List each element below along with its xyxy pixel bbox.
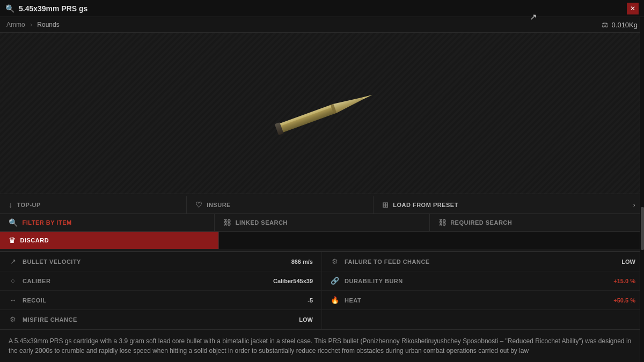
close-button[interactable]: ✕ (627, 3, 639, 14)
linked-icon: ⛓ (223, 218, 231, 227)
recoil-icon: ↔ (9, 296, 17, 304)
bullet-velocity-label: BULLET VELOCITY (23, 258, 286, 265)
breadcrumb-parent[interactable]: Ammo (6, 21, 25, 28)
load-from-preset-button[interactable]: ⊞ LOAD FROM PRESET › (374, 196, 644, 213)
window-title: 5.45x39mm PRS gs (19, 4, 87, 13)
search-icon: 🔍 (5, 4, 14, 13)
preset-icon: ⊞ (382, 201, 389, 209)
bullet-svg (247, 76, 397, 151)
description-text: A 5.45x39mm PRS gs cartridge with a 3.9 … (9, 336, 635, 356)
required-search-button[interactable]: ⛓ REQUIRED SEARCH (430, 214, 644, 231)
stat-recoil: ↔ RECOIL -5 (0, 291, 322, 310)
title-bar: 🔍 5.45x39mm PRS gs ✕ (0, 0, 644, 17)
description-area: A 5.45x39mm PRS gs cartridge with a 3.9 … (0, 329, 644, 362)
misfire-icon: ⚙ (9, 315, 17, 323)
bullet-image (247, 76, 397, 151)
linked-label: LINKED SEARCH (236, 219, 288, 226)
stat-caliber: ○ CALIBER Caliber545x39 (0, 271, 322, 291)
stat-heat: 🔥 HEAT +50.5 % (322, 291, 644, 310)
durability-icon: 🔗 (331, 277, 339, 285)
misfire-label: MISFIRE CHANCE (23, 316, 294, 323)
heat-icon: 🔥 (331, 296, 339, 304)
failure-icon: ⚙ (331, 257, 339, 265)
caliber-label: CALIBER (23, 278, 268, 284)
recoil-label: RECOIL (23, 297, 302, 304)
action-bar: ↓ TOP-UP ♡ INSURE ⊞ LOAD FROM PRESET › 🔍… (0, 194, 644, 252)
insure-button[interactable]: ♡ INSURE (187, 196, 374, 213)
filter-label: FILTER BY ITEM (23, 219, 72, 226)
weight-info: ⚖ 0.010Kg (602, 20, 638, 29)
durability-value: +15.0 % (613, 278, 635, 284)
svg-marker-1 (333, 94, 364, 113)
load-preset-label: LOAD FROM PRESET (393, 202, 458, 208)
item-image-area (0, 33, 644, 194)
durability-label: DURABILITY BURN (345, 278, 608, 284)
filter-icon: 🔍 (9, 218, 18, 227)
top-up-label: TOP-UP (17, 202, 41, 208)
stat-misfire: ⚙ MISFIRE CHANCE LOW (0, 310, 322, 329)
misfire-value: LOW (299, 316, 313, 323)
discard-label: DISCARD (20, 237, 49, 243)
breadcrumb-current: Rounds (37, 21, 59, 28)
weight-value: 0.010Kg (612, 21, 638, 29)
action-row-3: ♛ DISCARD (0, 232, 644, 249)
weight-icon: ⚖ (602, 20, 609, 29)
required-label: REQUIRED SEARCH (450, 219, 512, 226)
caliber-icon: ○ (9, 277, 17, 285)
scrollbar-thumb[interactable] (641, 207, 644, 250)
breadcrumb-bar: Ammo › Rounds ⚖ 0.010Kg (0, 17, 644, 33)
caliber-value: Caliber545x39 (273, 278, 313, 284)
scrollbar[interactable] (640, 17, 644, 362)
top-up-button[interactable]: ↓ TOP-UP (0, 196, 187, 213)
breadcrumb: Ammo › Rounds (6, 21, 60, 28)
bullet-velocity-value: 866 m/s (291, 258, 313, 265)
discard-icon: ♛ (9, 236, 16, 245)
insure-icon: ♡ (195, 201, 203, 209)
stats-area: ↗ BULLET VELOCITY 866 m/s ⚙ FAILURE TO F… (0, 252, 644, 329)
failure-value: LOW (621, 258, 635, 265)
title-bar-left: 🔍 5.45x39mm PRS gs (5, 4, 87, 13)
bullet-velocity-icon: ↗ (9, 257, 17, 265)
heat-label: HEAT (345, 297, 608, 304)
recoil-value: -5 (308, 297, 313, 304)
insure-label: INSURE (207, 202, 231, 208)
failure-label: FAILURE TO FEED CHANCE (345, 258, 616, 265)
stat-failure-to-feed: ⚙ FAILURE TO FEED CHANCE LOW (322, 252, 644, 271)
filter-by-item-button[interactable]: 🔍 FILTER BY ITEM (0, 214, 215, 231)
action-row-2: 🔍 FILTER BY ITEM ⛓ LINKED SEARCH ⛓ REQUI… (0, 214, 644, 232)
linked-search-button[interactable]: ⛓ LINKED SEARCH (215, 214, 429, 231)
stat-bullet-velocity: ↗ BULLET VELOCITY 866 m/s (0, 252, 322, 271)
breadcrumb-separator: › (30, 21, 32, 28)
top-up-icon: ↓ (9, 201, 13, 209)
discard-button[interactable]: ♛ DISCARD (0, 232, 219, 249)
action-row-1: ↓ TOP-UP ♡ INSURE ⊞ LOAD FROM PRESET › (0, 196, 644, 214)
stat-durability-burn: 🔗 DURABILITY BURN +15.0 % (322, 271, 644, 291)
svg-marker-2 (362, 94, 372, 100)
required-icon: ⛓ (438, 218, 447, 227)
heat-value: +50.5 % (613, 297, 635, 304)
preset-arrow: › (633, 202, 635, 208)
